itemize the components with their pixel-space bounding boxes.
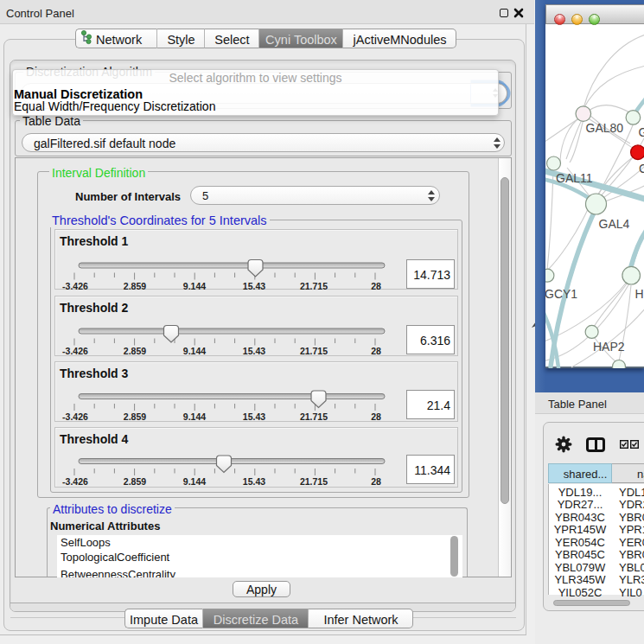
svg-text:GAL4: GAL4	[599, 217, 630, 231]
svg-text:GAL80: GAL80	[586, 121, 624, 135]
svg-text:HAP2: HAP2	[593, 340, 625, 354]
svg-text:H: H	[635, 287, 644, 301]
svg-text:GAL11: GAL11	[556, 171, 593, 185]
svg-text:CY: CY	[639, 162, 644, 175]
svg-text:GA: GA	[639, 125, 644, 139]
svg-text:GCY1: GCY1	[545, 287, 577, 301]
